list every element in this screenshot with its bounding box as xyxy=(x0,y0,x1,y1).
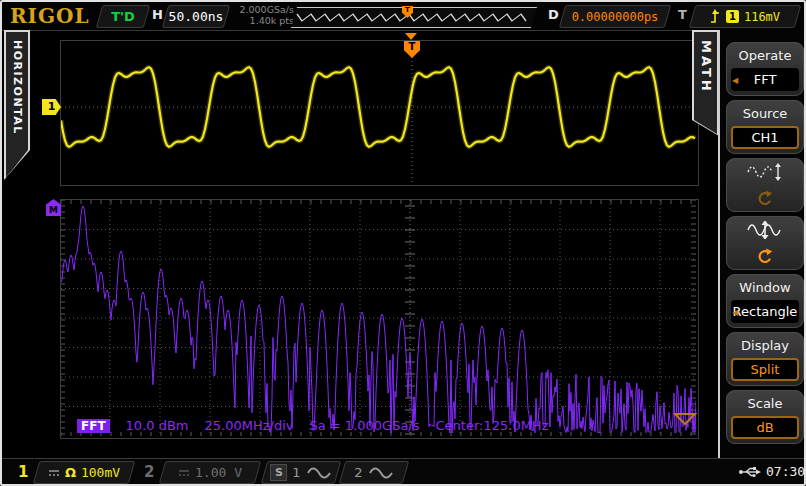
horizontal-menu-tab[interactable]: HORIZONTAL xyxy=(4,30,30,180)
rotate-knob-icon xyxy=(756,190,774,208)
ch1-trace-svg xyxy=(61,41,696,183)
ch1-scale: 100mV xyxy=(81,465,120,480)
clock: 07:30 xyxy=(766,464,805,479)
ch2-status-segment[interactable]: 1.00 V xyxy=(159,461,262,484)
display-label: Display xyxy=(726,332,804,358)
rotate-knob-icon xyxy=(756,248,774,266)
menu-display-button[interactable]: Display Split xyxy=(726,332,804,386)
usb-icon xyxy=(738,466,762,478)
menu-scale-button[interactable]: Scale dB xyxy=(726,390,804,444)
sample-rate: 2.000GSa/s xyxy=(230,4,294,15)
fft-trace-svg xyxy=(61,200,696,436)
fft-center-frequency: Center:125.0MHz xyxy=(436,418,549,433)
channel-status-bar: 1 Ω 100mV 2 1.00 V S xyxy=(2,458,804,485)
left-arrow-icon: ◀ xyxy=(732,307,738,316)
rising-edge-icon xyxy=(710,9,721,24)
timebase-segment[interactable]: 50.00ns xyxy=(162,5,231,28)
fft-level: 10.0 dBm xyxy=(126,418,189,433)
oscilloscope-screen: RIGOL T'D H 50.00ns 2.000GSa/s 1.40k pts… xyxy=(0,0,806,486)
menu-source-button[interactable]: Source CH1 xyxy=(726,100,804,154)
math-channel-tag[interactable]: M xyxy=(46,199,61,216)
fft-badge: FFT xyxy=(77,419,110,433)
math-menu-tab[interactable]: MATH xyxy=(692,30,719,136)
window-label: Window xyxy=(726,274,804,300)
trigger-level-value: 116mV xyxy=(744,10,780,24)
fft-position-marker-icon[interactable] xyxy=(672,412,698,427)
dc-coupling-icon xyxy=(48,468,60,478)
left-arrow-icon: ◀ xyxy=(732,75,738,84)
scale-value: dB xyxy=(731,416,799,439)
trigger-settings-segment[interactable]: 1 116mV xyxy=(689,5,802,28)
trigger-position-arrow-icon[interactable] xyxy=(405,33,417,40)
soft-menu-panel: Operate ◀ FFT Source CH1 xyxy=(718,30,806,458)
ch1-number: 1 xyxy=(18,463,28,481)
trigger-status: T'D xyxy=(100,6,146,27)
delay-segment[interactable]: 0.00000000ps xyxy=(559,5,672,28)
horizontal-tab-label: HORIZONTAL xyxy=(11,40,24,135)
sine-position-icon xyxy=(746,163,784,181)
ch2-scale: 1.00 V xyxy=(195,465,242,480)
source1-segment[interactable]: S 1 xyxy=(261,461,342,484)
menu-operate-button[interactable]: Operate ◀ FFT xyxy=(726,42,804,96)
sine-wave-icon xyxy=(368,466,394,479)
memory-zigzag-icon xyxy=(292,8,535,25)
timebase-value: 50.00ns xyxy=(166,6,226,27)
waveform-graticule xyxy=(60,40,699,186)
menu-scale-knob-button[interactable] xyxy=(726,216,804,270)
source2-number: 2 xyxy=(354,465,362,480)
ch1-status-segment[interactable]: Ω 100mV xyxy=(33,461,136,484)
delay-label: D xyxy=(548,7,559,22)
top-status-bar: RIGOL T'D H 50.00ns 2.000GSa/s 1.40k pts… xyxy=(2,2,804,31)
memory-depth: 1.40k pts xyxy=(230,15,294,26)
trigger-status-segment: T'D xyxy=(96,5,151,28)
menu-window-button[interactable]: Window ◀ Rectangle xyxy=(726,274,804,328)
trigger-label: T xyxy=(678,7,687,22)
source-label: Source xyxy=(726,100,804,126)
sine-scale-icon xyxy=(746,221,784,239)
sine-wave-icon xyxy=(306,466,332,479)
display-value: Split xyxy=(731,358,799,381)
acquisition-info: 2.000GSa/s 1.40k pts xyxy=(230,4,294,26)
trigger-source-badge: 1 xyxy=(726,10,739,23)
fft-hscale: 25.00MHz/div xyxy=(205,418,294,433)
math-tab-label: MATH xyxy=(698,40,713,94)
memory-waveform-bar[interactable] xyxy=(291,7,537,28)
rigol-logo: RIGOL xyxy=(10,4,90,28)
horizontal-label: H xyxy=(152,7,163,22)
fft-graticule: FFT 10.0 dBm 25.00MHz/div Sa = 1.000GSa/… xyxy=(60,199,699,439)
fft-status-line: FFT 10.0 dBm 25.00MHz/div Sa = 1.000GSa/… xyxy=(77,418,548,433)
window-value: ◀ Rectangle xyxy=(731,300,799,323)
operate-value: ◀ FFT xyxy=(731,68,799,91)
operate-label: Operate xyxy=(726,42,804,68)
menu-offset-knob-button[interactable] xyxy=(726,158,804,212)
scale-label: Scale xyxy=(726,390,804,416)
dc-coupling-icon xyxy=(178,468,190,478)
ch1-impedance: Ω xyxy=(65,465,76,480)
ch2-number: 2 xyxy=(144,463,154,481)
source-group-label: S xyxy=(270,464,287,481)
source2-segment[interactable]: 2 xyxy=(339,461,410,484)
source-value: CH1 xyxy=(731,126,799,149)
delay-value: 0.00000000ps xyxy=(563,6,667,27)
source1-number: 1 xyxy=(292,465,300,480)
fft-sample-rate: Sa = 1.000GSa/s xyxy=(309,418,419,433)
channel1-level-tag[interactable]: 1 xyxy=(42,99,61,115)
